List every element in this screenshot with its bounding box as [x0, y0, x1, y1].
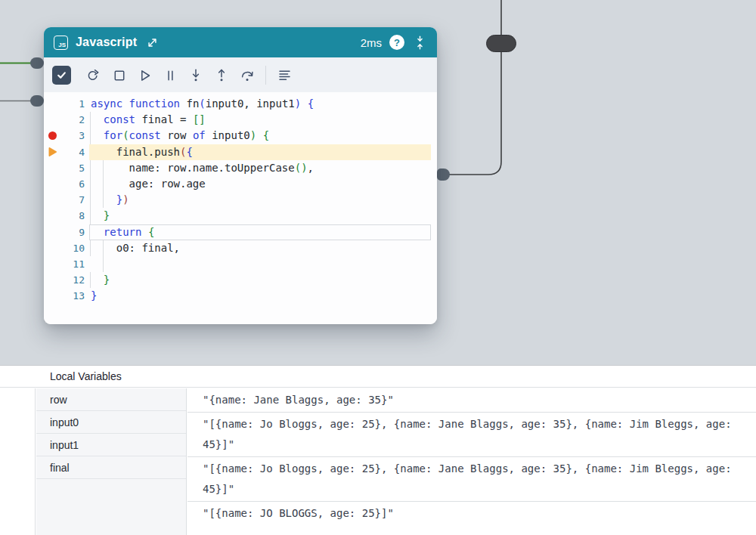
- breakpoint-dot-icon: [48, 131, 57, 140]
- expand-icon[interactable]: [144, 35, 160, 50]
- local-variables-panel: Local Variables rowinput0input1final "{n…: [0, 365, 756, 535]
- code-content[interactable]: const final = []: [89, 112, 431, 128]
- code-token: name: row.name.toUpperCase: [91, 162, 295, 174]
- code-token: [91, 129, 104, 141]
- line-number[interactable]: 4: [60, 147, 85, 158]
- indent-guide: [90, 240, 91, 256]
- step-over-icon: [240, 67, 255, 82]
- line-number[interactable]: 1: [60, 98, 85, 110]
- workflow-canvas[interactable]: JS Javascript 2ms ? 1async func: [0, 0, 756, 535]
- code-token: ): [250, 129, 256, 141]
- debugger-toolbar: [44, 57, 437, 92]
- execution-arrow-icon: [48, 147, 57, 157]
- indent-guide: [90, 160, 91, 176]
- javascript-node-panel: JS Javascript 2ms ? 1async func: [44, 27, 437, 324]
- step-out-button[interactable]: [214, 67, 229, 82]
- code-content[interactable]: [89, 256, 431, 272]
- logs-button[interactable]: [277, 67, 292, 82]
- code-line: 11: [44, 256, 437, 272]
- output-port[interactable]: [437, 169, 450, 181]
- code-token: [91, 274, 104, 286]
- line-number[interactable]: 8: [60, 210, 85, 221]
- code-content[interactable]: }: [89, 208, 431, 224]
- line-number[interactable]: 6: [60, 178, 85, 190]
- code-token: row: [161, 129, 193, 141]
- line-number[interactable]: 7: [60, 194, 85, 206]
- input-port-1[interactable]: [30, 57, 44, 69]
- stop-button[interactable]: [111, 67, 126, 82]
- code-line: 9 return {: [44, 224, 437, 240]
- code-token: fn: [180, 97, 199, 110]
- code-token: function: [129, 97, 180, 110]
- javascript-icon: JS: [54, 36, 68, 50]
- debug-mode-toggle[interactable]: [52, 66, 71, 85]
- input-port-2[interactable]: [30, 95, 44, 107]
- line-number[interactable]: 9: [60, 227, 85, 238]
- variable-name-cell: input0: [36, 411, 186, 434]
- code-line: 8 }: [44, 208, 437, 224]
- toolbar-divider: [265, 66, 266, 85]
- code-line: 10 o0: final,: [44, 240, 437, 256]
- code-token: ): [295, 97, 301, 110]
- variable-value-cell: "[{name: Jo Bloggs, age: 25}, {name: Jan…: [187, 413, 756, 457]
- current-execution-line[interactable]: final.push({: [89, 144, 431, 160]
- variable-value-cell: "[{name: JO BLOGGS, age: 25}]": [187, 502, 756, 525]
- stop-icon: [111, 67, 126, 82]
- step-into-icon: [188, 67, 203, 82]
- continue-button[interactable]: [137, 67, 152, 82]
- line-number[interactable]: 13: [60, 290, 85, 302]
- play-icon: [137, 67, 152, 82]
- variables-panel-title: Local Variables: [0, 366, 756, 388]
- line-number[interactable]: 10: [60, 243, 85, 254]
- code-content[interactable]: o0: final,: [89, 240, 431, 256]
- indent-guide: [90, 208, 91, 224]
- execution-pointer-icon[interactable]: [44, 147, 60, 157]
- pause-icon: [163, 67, 178, 82]
- panel-header: JS Javascript 2ms ?: [44, 27, 437, 57]
- code-token: o0: final,: [91, 242, 180, 254]
- code-content[interactable]: age: row.age: [89, 176, 431, 192]
- code-token: ): [122, 193, 129, 206]
- edge-pill-node[interactable]: [486, 35, 516, 52]
- step-over-button[interactable]: [240, 67, 255, 82]
- code-line: 3 for(const row of input0) {: [44, 128, 437, 144]
- code-content[interactable]: }): [89, 192, 431, 208]
- code-token: [256, 129, 262, 141]
- line-number[interactable]: 2: [60, 114, 85, 125]
- indent-guide: [103, 192, 104, 208]
- line-number[interactable]: 3: [60, 130, 85, 141]
- code-token: final.push: [91, 146, 180, 158]
- code-content[interactable]: for(const row of input0) {: [89, 128, 431, 144]
- edge-output: [443, 0, 501, 175]
- code-token: {: [186, 146, 192, 158]
- collapse-icon[interactable]: [412, 35, 427, 50]
- line-number[interactable]: 12: [60, 274, 85, 286]
- pause-button[interactable]: [163, 67, 178, 82]
- cursor-line[interactable]: return {: [89, 224, 431, 240]
- code-line: 13}: [44, 288, 437, 304]
- code-token: const: [104, 113, 135, 125]
- code-token: input0: [206, 129, 250, 141]
- restart-button[interactable]: [85, 67, 101, 82]
- code-token: {: [308, 97, 314, 110]
- variable-names-column: rowinput0input1final: [36, 388, 187, 535]
- code-token: (): [295, 162, 308, 174]
- variables-gutter: [0, 388, 36, 535]
- code-content[interactable]: async function fn(input0, input1) {: [89, 96, 431, 112]
- code-content[interactable]: }: [89, 288, 431, 304]
- line-number[interactable]: 5: [60, 162, 85, 174]
- code-editor[interactable]: 1async function fn(input0, input1) {2 co…: [44, 92, 437, 324]
- code-content[interactable]: }: [89, 272, 431, 288]
- code-token: [91, 193, 116, 206]
- code-line: 7 }): [44, 192, 437, 208]
- code-token: [91, 209, 104, 221]
- code-token: input0, input1: [206, 97, 295, 110]
- line-number[interactable]: 11: [60, 258, 85, 270]
- code-token: age: row.age: [91, 178, 206, 190]
- step-into-button[interactable]: [188, 67, 203, 82]
- help-icon[interactable]: ?: [389, 35, 404, 50]
- code-token: final =: [135, 113, 193, 125]
- code-content[interactable]: name: row.name.toUpperCase(),: [89, 160, 431, 176]
- variable-name-cell: input1: [36, 434, 186, 456]
- breakpoint-marker[interactable]: [44, 131, 60, 140]
